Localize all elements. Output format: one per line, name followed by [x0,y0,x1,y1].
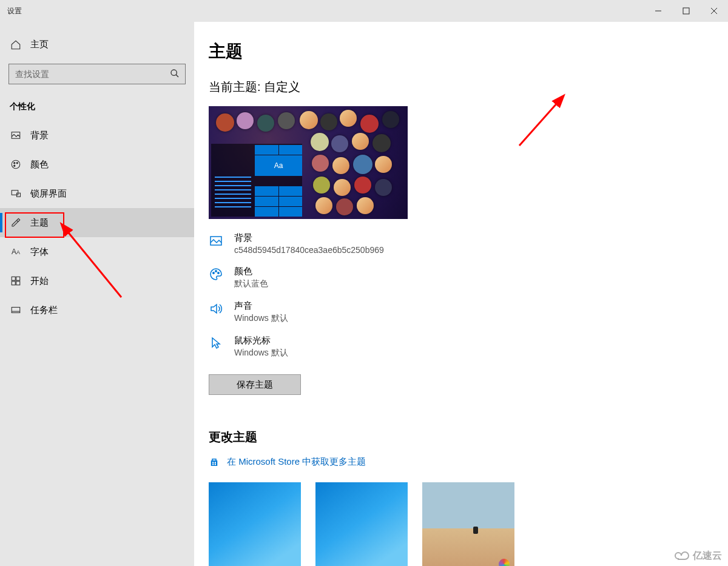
theme-preview[interactable]: Aa [209,106,408,219]
save-theme-button[interactable]: 保存主题 [209,374,301,395]
start-icon [10,275,22,286]
theme-card-windows10[interactable]: Windows 10 [422,482,514,566]
store-icon [209,457,220,468]
sidebar-item-label: 任务栏 [30,305,58,316]
svg-point-4 [171,70,177,75]
close-icon [710,7,718,15]
svg-point-22 [218,272,219,274]
svg-rect-26 [215,463,216,465]
sound-icon [209,302,223,316]
sidebar-item-label: 锁屏界面 [30,188,67,200]
close-button[interactable] [700,0,728,22]
prop-cursor[interactable]: 鼠标光标 Windows 默认 [209,335,713,359]
color-wheel-icon [499,559,510,566]
svg-rect-24 [215,462,216,463]
window-controls [644,0,728,22]
svg-point-7 [12,160,20,169]
home-button[interactable]: 主页 [0,34,194,55]
search-wrap [8,64,186,84]
font-icon: AA [10,248,22,256]
maximize-button[interactable] [672,0,700,22]
svg-rect-17 [12,308,20,313]
palette-icon [10,159,22,170]
prop-title: 鼠标光标 [234,335,288,346]
prop-sub: Windows 默认 [234,313,288,324]
home-label: 主页 [30,39,49,50]
theme-thumb [422,482,514,566]
change-theme-title: 更改主题 [209,429,713,445]
app-body: 主页 个性化 背景 颜色 锁屏界面 主题 [0,22,728,566]
content-area: 主题 当前主题: 自定义 [194,22,728,566]
svg-rect-16 [16,281,20,285]
svg-rect-14 [16,277,20,280]
search-input[interactable] [8,64,186,84]
palette-icon [209,267,223,281]
prop-sub: Windows 默认 [234,348,288,359]
cursor-icon [209,336,223,351]
prop-text: 背景 c548d5945d17840cea3ae6b5c250b969 [234,232,384,255]
theme-card-windows-light[interactable]: Windows（浅色主题） [315,482,408,566]
sidebar-item-label: 字体 [30,246,49,258]
theme-thumb [315,482,408,566]
sidebar: 主页 个性化 背景 颜色 锁屏界面 主题 [0,22,194,566]
sidebar-item-label: 主题 [30,217,49,229]
svg-rect-1 [683,8,689,14]
svg-point-9 [16,163,18,164]
sidebar-item-colors[interactable]: 颜色 [0,150,194,179]
svg-rect-11 [12,190,18,195]
prop-color[interactable]: 颜色 默认蓝色 [209,266,713,289]
minimize-icon [655,7,662,15]
sidebar-item-label: 开始 [30,275,49,287]
preview-lines [215,174,251,211]
image-icon [10,130,22,141]
window-titlebar: 设置 [0,0,728,22]
watermark-icon [673,550,690,562]
prop-sound[interactable]: 声音 Windows 默认 [209,300,713,324]
svg-rect-13 [12,277,15,280]
image-icon [209,234,223,248]
svg-rect-25 [212,463,214,465]
sidebar-item-lockscreen[interactable]: 锁屏界面 [0,179,194,208]
brush-icon [10,217,22,228]
svg-rect-23 [212,462,214,463]
sidebar-nav: 背景 颜色 锁屏界面 主题 AA 字体 开始 [0,121,194,325]
search-icon [170,69,180,78]
taskbar-icon [10,305,22,315]
current-theme-label: 当前主题: 自定义 [209,79,713,95]
preview-tiles: Aa [255,145,302,217]
store-link-label: 在 Microsoft Store 中获取更多主题 [227,456,366,468]
preview-aa-tile: Aa [255,155,302,176]
sidebar-section-title: 个性化 [0,96,194,121]
prop-sub: 默认蓝色 [234,278,268,289]
prop-background[interactable]: 背景 c548d5945d17840cea3ae6b5c250b969 [209,232,713,255]
watermark: 亿速云 [673,550,722,562]
watermark-text: 亿速云 [693,550,722,562]
sidebar-item-label: 背景 [30,130,49,141]
svg-point-10 [14,165,15,166]
page-title: 主题 [209,40,713,63]
svg-point-8 [14,163,15,164]
sidebar-item-themes[interactable]: 主题 [0,208,194,237]
prop-title: 颜色 [234,266,268,277]
sidebar-item-fonts[interactable]: AA 字体 [0,237,194,266]
store-link[interactable]: 在 Microsoft Store 中获取更多主题 [209,456,713,468]
sidebar-item-taskbar[interactable]: 任务栏 [0,295,194,325]
minimize-button[interactable] [644,0,672,22]
prop-text: 颜色 默认蓝色 [234,266,268,289]
theme-list: Windows Windows（浅色主题） Windows 10 [209,482,713,566]
prop-sub: c548d5945d17840cea3ae6b5c250b969 [234,245,384,255]
sidebar-item-start[interactable]: 开始 [0,266,194,295]
window-title: 设置 [7,6,22,16]
svg-point-20 [213,272,214,274]
lockscreen-icon [10,188,22,199]
sidebar-item-label: 颜色 [30,159,49,170]
prop-text: 声音 Windows 默认 [234,300,288,324]
theme-thumb [209,482,301,566]
svg-point-21 [215,271,217,272]
prop-text: 鼠标光标 Windows 默认 [234,335,288,359]
theme-properties: 背景 c548d5945d17840cea3ae6b5c250b969 颜色 默… [209,232,713,359]
maximize-icon [682,7,690,15]
theme-card-windows[interactable]: Windows [209,482,301,566]
prop-title: 声音 [234,300,288,312]
sidebar-item-background[interactable]: 背景 [0,121,194,150]
